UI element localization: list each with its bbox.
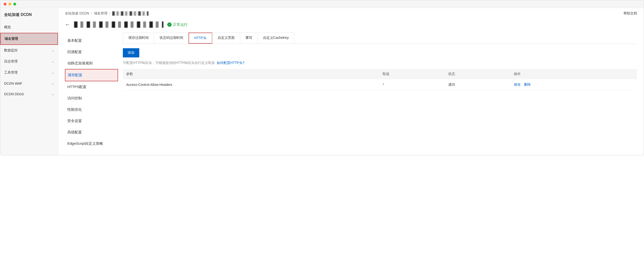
delete-link[interactable]: 删除 <box>524 82 531 86</box>
submenu-item-edgescript[interactable]: EdgeScript自定义策略 <box>65 138 118 149</box>
domain-name-redacted <box>74 21 164 28</box>
submenu-item-performance[interactable]: 性能优化 <box>65 104 118 115</box>
window-close-icon[interactable] <box>4 3 6 5</box>
check-circle-icon: ✓ <box>167 22 172 27</box>
breadcrumb-item[interactable]: 域名管理 <box>94 11 108 16</box>
breadcrumb-separator: / <box>109 11 110 15</box>
sidebar-item-label: 数据监控 <box>4 48 18 53</box>
sidebar-item-label: DCDN DDoS <box>4 92 24 96</box>
col-action: 操作 <box>510 69 637 79</box>
col-status: 状态 <box>445 69 510 79</box>
chevron-down-icon: ⌄ <box>52 60 54 63</box>
sidebar-item-overview[interactable]: 概览 <box>0 22 58 33</box>
window-minimize-icon[interactable] <box>8 3 11 5</box>
chevron-down-icon: ⌄ <box>52 49 54 52</box>
back-arrow-icon[interactable]: ← <box>65 21 70 28</box>
sidebar-item-label: 日志管理 <box>4 59 18 64</box>
sidebar-item-label: 工具管理 <box>4 70 18 75</box>
tab-cache-ttl[interactable]: 缓存过期时间 <box>123 32 154 44</box>
submenu-item-cache[interactable]: 缓存配置 <box>65 69 118 81</box>
submenu: 基本配置 回源配置 动静态加速规则 缓存配置 HTTPS配置 访问控制 性能优化… <box>65 32 118 149</box>
chevron-down-icon: ⌄ <box>52 82 54 85</box>
submenu-item-access-control[interactable]: 访问控制 <box>65 93 118 104</box>
col-param: 参数 <box>123 69 379 79</box>
submenu-item-https[interactable]: HTTPS配置 <box>65 81 118 93</box>
status-badge: ✓ 正常运行 <box>167 22 188 27</box>
window-maximize-icon[interactable] <box>13 3 16 5</box>
tab-custom-page[interactable]: 自定义页面 <box>212 32 240 44</box>
submenu-item-security[interactable]: 安全设置 <box>65 115 118 127</box>
chevron-down-icon: ⌄ <box>52 71 54 74</box>
cell-param: Access-Control-Allow-Headers <box>123 79 379 90</box>
sidebar: 全站加速 DCDN 概览 域名管理 数据监控 ⌄ 日志管理 ⌄ 工具管理 ⌄ D… <box>0 8 58 155</box>
tab-rewrite[interactable]: 重写 <box>240 32 258 44</box>
sidebar-item-domain-management[interactable]: 域名管理 <box>0 33 58 45</box>
tab-custom-cachekey[interactable]: 自定义CacheKey <box>258 32 294 44</box>
edit-link[interactable]: 修改 <box>514 82 521 86</box>
sidebar-item-log-management[interactable]: 日志管理 ⌄ <box>0 56 58 67</box>
submenu-item-advanced[interactable]: 高级配置 <box>65 127 118 138</box>
tab-http-header[interactable]: HTTP头 <box>188 32 212 44</box>
status-label: 正常运行 <box>173 22 188 27</box>
sidebar-item-label: 概览 <box>4 25 11 29</box>
cell-value: * <box>379 79 445 90</box>
col-value: 取值 <box>379 69 445 79</box>
sidebar-item-dcdn-waf[interactable]: DCDN WAF ⌄ <box>0 78 58 89</box>
submenu-item-origin[interactable]: 回源配置 <box>65 46 118 58</box>
table-row: Access-Control-Allow-Headers * 成功 修改 删除 <box>123 79 637 90</box>
tabs: 缓存过期时间 状态码过期时间 HTTP头 自定义页面 重写 自定义CacheKe… <box>123 32 637 44</box>
http-header-table: 参数 取值 状态 操作 Access-Control-Allow-Headers… <box>123 69 637 90</box>
sidebar-item-label: 域名管理 <box>4 37 18 41</box>
cell-status: 成功 <box>445 79 510 90</box>
breadcrumb-domain-redacted <box>112 11 148 16</box>
breadcrumb: 全站加速 DCDN / 域名管理 / <box>65 11 148 16</box>
sidebar-title: 全站加速 DCDN <box>0 8 58 22</box>
sidebar-item-label: DCDN WAF <box>4 81 22 85</box>
chevron-down-icon: ⌄ <box>52 92 54 96</box>
how-to-link[interactable]: 如何配置HTTP头? <box>217 61 244 65</box>
submenu-item-basic[interactable]: 基本配置 <box>65 35 118 46</box>
sidebar-item-data-monitor[interactable]: 数据监控 ⌄ <box>0 45 58 56</box>
sidebar-item-dcdn-ddos[interactable]: DCDN DDoS ⌄ <box>0 89 58 99</box>
hint-text: 可配置HTTP响应头，可根据提供的HTTP响应头自行定义取值 <box>123 61 215 65</box>
help-docs-link[interactable]: 帮助文档 <box>624 11 637 16</box>
tab-status-ttl[interactable]: 状态码过期时间 <box>154 32 189 44</box>
add-button[interactable]: 添加 <box>123 48 139 57</box>
submenu-item-dynamic-static[interactable]: 动静态加速规则 <box>65 58 118 69</box>
breadcrumb-item[interactable]: 全站加速 DCDN <box>65 11 89 16</box>
breadcrumb-separator: / <box>91 11 92 15</box>
sidebar-item-tool-management[interactable]: 工具管理 ⌄ <box>0 67 58 78</box>
